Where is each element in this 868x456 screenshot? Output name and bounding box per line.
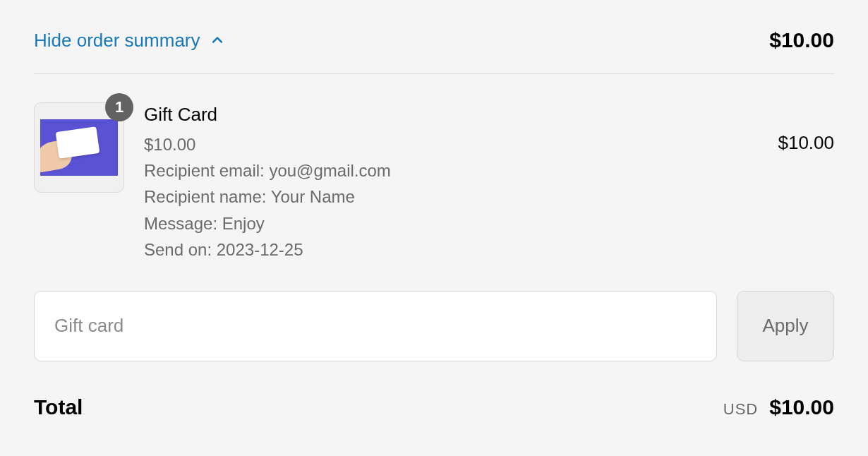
quantity-badge: 1	[105, 93, 133, 121]
line-item-price: $10.00	[778, 102, 834, 154]
total-amount-group: USD $10.00	[723, 395, 834, 419]
recipient-name: Recipient name: Your Name	[144, 184, 778, 210]
recipient-email: Recipient email: you@gmail.com	[144, 157, 778, 184]
line-item: 1 Gift Card $10.00 Recipient email: you@…	[34, 102, 834, 263]
total-label: Total	[34, 395, 83, 419]
send-on-date: Send on: 2023-12-25	[144, 236, 778, 263]
divider	[34, 73, 834, 74]
apply-button[interactable]: Apply	[737, 291, 834, 361]
gift-card-image	[40, 119, 118, 176]
toggle-order-summary[interactable]: Hide order summary	[34, 30, 224, 52]
product-thumbnail: 1	[34, 102, 124, 193]
product-name: Gift Card	[144, 104, 778, 126]
total-amount: $10.00	[769, 395, 834, 419]
order-summary-header: Hide order summary $10.00	[34, 28, 834, 73]
total-row: Total USD $10.00	[34, 395, 834, 419]
currency-code: USD	[723, 400, 758, 419]
toggle-order-summary-label: Hide order summary	[34, 30, 200, 52]
gift-message: Message: Enjoy	[144, 210, 778, 236]
line-item-info: Gift Card $10.00 Recipient email: you@gm…	[144, 102, 778, 263]
order-summary-price: $10.00	[769, 28, 834, 52]
chevron-up-icon	[210, 33, 224, 47]
variant-price: $10.00	[144, 131, 778, 157]
gift-card-row: Apply	[34, 291, 834, 361]
gift-card-input[interactable]	[34, 291, 717, 361]
